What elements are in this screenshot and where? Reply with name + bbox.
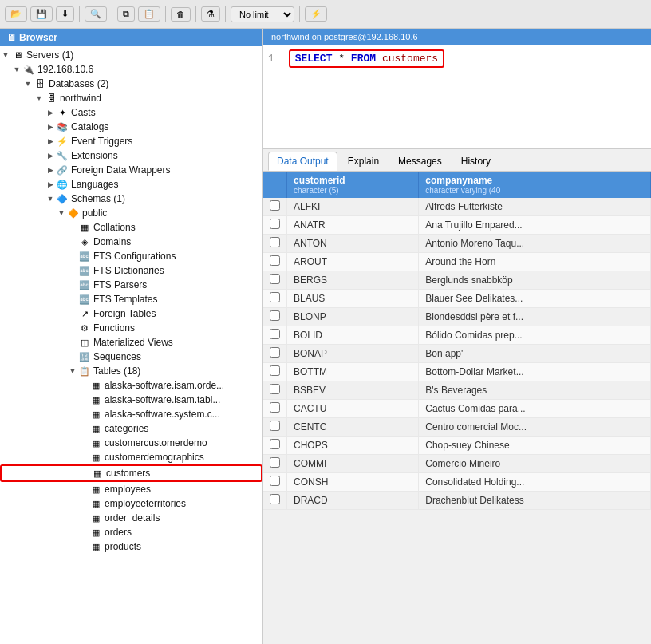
tree-item-foreign-tables[interactable]: ↗Foreign Tables (0, 306, 262, 321)
download-button[interactable]: ⬇ (56, 6, 74, 22)
tree-item-t-employees[interactable]: ▦employees (0, 482, 262, 496)
tree-item-functions[interactable]: ⚙Functions (0, 321, 262, 335)
table-icon: ▦ (89, 497, 102, 510)
cell-customerid: ANTON (287, 235, 419, 253)
row-checkbox[interactable] (270, 292, 280, 302)
tree-expander-ip[interactable]: ▼ (11, 65, 22, 73)
tree-expander-databases[interactable]: ▼ (22, 80, 34, 88)
row-checkbox[interactable] (270, 365, 280, 376)
tree-expander-northwind[interactable]: ▼ (34, 94, 45, 102)
tree-item-fts-templates[interactable]: 🔤FTS Templates (0, 292, 262, 306)
row-checkbox-cell (263, 400, 287, 418)
tree-item-databases[interactable]: ▼🗄Databases (2) (0, 77, 262, 91)
tree-expander-casts: ▶ (45, 109, 56, 117)
tree-item-t-customers[interactable]: ▦customers (0, 464, 262, 482)
delete-button[interactable]: 🗑 (171, 7, 191, 22)
tree-item-t-categories[interactable]: ▦categories (0, 421, 262, 436)
cell-companyname: Drachenblut Delikatess (419, 492, 651, 510)
tree-item-mat-views[interactable]: ◫Materialized Views (0, 335, 262, 350)
db-icon: 🗄 (45, 92, 57, 105)
col-customerid[interactable]: customerid character (5) (287, 172, 419, 198)
row-checkbox[interactable] (270, 476, 280, 486)
copy-button[interactable]: ⧉ (117, 6, 135, 22)
row-checkbox[interactable] (270, 384, 280, 394)
tree-item-t-customercustomer[interactable]: ▦customercustomerdemo (0, 436, 262, 450)
tree-item-public[interactable]: ▼🔶public (0, 206, 262, 220)
tree-item-event-triggers[interactable]: ▶⚡Event Triggers (0, 134, 262, 148)
table-row: AROUTAround the Horn (263, 253, 651, 271)
tree-label-northwind: northwind (60, 93, 101, 104)
tree-item-catalogs[interactable]: ▶📚Catalogs (0, 120, 262, 134)
tree-item-t-alaska-isam-ord[interactable]: ▦alaska-software.isam.orde... (0, 378, 262, 393)
row-checkbox[interactable] (270, 347, 280, 358)
tree-item-fts-dicts[interactable]: 🔤FTS Dictionaries (0, 263, 262, 278)
tree-item-extensions[interactable]: ▶🔧Extensions (0, 148, 262, 163)
tree-item-t-orders[interactable]: ▦orders (0, 525, 262, 539)
open-folder-button[interactable]: 📂 (5, 6, 27, 22)
row-checkbox[interactable] (270, 494, 280, 504)
tree-item-t-alaska-system[interactable]: ▦alaska-software.system.c... (0, 407, 262, 421)
execute-button[interactable]: ⚡ (305, 6, 327, 22)
tree-item-sequences[interactable]: 🔢Sequences (0, 350, 262, 364)
tree-expander-catalogs: ▶ (45, 123, 56, 131)
databases-icon: 🗄 (34, 77, 46, 90)
row-checkbox[interactable] (270, 421, 280, 431)
paste-button[interactable]: 📋 (138, 6, 160, 22)
row-checkbox[interactable] (270, 200, 280, 211)
tree-label-event-triggers: Event Triggers (71, 136, 132, 147)
table-icon: ▦ (89, 483, 102, 496)
tree-expander-tables[interactable]: ▼ (67, 367, 78, 375)
tab-data-output[interactable]: Data Output (268, 152, 337, 171)
row-checkbox[interactable] (270, 310, 280, 321)
sequence-icon: 🔢 (78, 350, 91, 363)
row-checkbox[interactable] (270, 457, 280, 468)
tree-item-casts[interactable]: ▶✦Casts (0, 105, 262, 120)
cell-customerid: BLAUS (287, 290, 419, 308)
sql-statement[interactable]: SELECT * FROM customers (289, 49, 444, 68)
tree-expander-public[interactable]: ▼ (56, 209, 67, 217)
tree-item-schemas[interactable]: ▼🔷Schemas (1) (0, 192, 262, 206)
cell-companyname: Ana Trujillo Empared... (419, 216, 651, 235)
tree-item-fts-configs[interactable]: 🔤FTS Configurations (0, 249, 262, 263)
row-checkbox[interactable] (270, 274, 280, 284)
tree-item-languages[interactable]: ▶🌐Languages (0, 177, 262, 192)
row-checkbox[interactable] (270, 402, 280, 413)
tab-messages[interactable]: Messages (389, 152, 451, 171)
tree-item-tables[interactable]: ▼📋Tables (18) (0, 364, 262, 378)
row-checkbox[interactable] (270, 219, 280, 229)
fts-icon: 🔤 (78, 279, 91, 291)
tree-item-northwind[interactable]: ▼🗄northwind (0, 91, 262, 105)
tree-item-collations[interactable]: ▦Collations (0, 220, 262, 235)
tree-expander-servers[interactable]: ▼ (0, 51, 11, 59)
tab-explain[interactable]: Explain (339, 152, 388, 171)
tree-item-t-employeeterr[interactable]: ▦employeeterritories (0, 496, 262, 511)
filter-button[interactable]: ⚗ (201, 6, 220, 22)
tab-history[interactable]: History (452, 152, 499, 171)
tree-label-t-alaska-system: alaska-software.system.c... (105, 409, 220, 420)
limit-select[interactable]: No limit (231, 6, 294, 22)
row-checkbox[interactable] (270, 255, 280, 266)
row-checkbox-cell (263, 418, 287, 437)
tree-expander-schemas[interactable]: ▼ (45, 195, 56, 203)
tree-item-foreign-data[interactable]: ▶🔗Foreign Data Wrappers (0, 163, 262, 177)
tree-item-domains[interactable]: ◈Domains (0, 235, 262, 249)
tree-item-ip[interactable]: ▼🔌192.168.10.6 (0, 62, 262, 77)
row-checkbox[interactable] (270, 237, 280, 247)
tree-item-servers[interactable]: ▼🖥Servers (1) (0, 48, 262, 62)
table-icon: ▦ (89, 526, 102, 539)
filter-icon: ⚗ (207, 9, 215, 19)
search-button[interactable]: 🔍 (85, 6, 107, 22)
editor-tab[interactable]: northwind on postgres@192.168.10.6 (263, 29, 651, 45)
row-checkbox-cell (263, 381, 287, 400)
tree-item-t-order-details[interactable]: ▦order_details (0, 511, 262, 525)
tree-item-t-products[interactable]: ▦products (0, 539, 262, 554)
tree-item-t-alaska-isam-tab[interactable]: ▦alaska-software.isam.tabl... (0, 393, 262, 407)
tree-item-t-customerdem[interactable]: ▦customerdemographics (0, 450, 262, 464)
row-checkbox[interactable] (270, 329, 280, 339)
save-button[interactable]: 💾 (30, 6, 53, 22)
right-panel: northwind on postgres@192.168.10.6 1 SEL… (263, 29, 651, 644)
cell-customerid: CACTU (287, 400, 419, 418)
col-companyname[interactable]: companyname character varying (40 (419, 172, 651, 198)
tree-item-fts-parsers[interactable]: 🔤FTS Parsers (0, 278, 262, 292)
row-checkbox[interactable] (270, 439, 280, 449)
